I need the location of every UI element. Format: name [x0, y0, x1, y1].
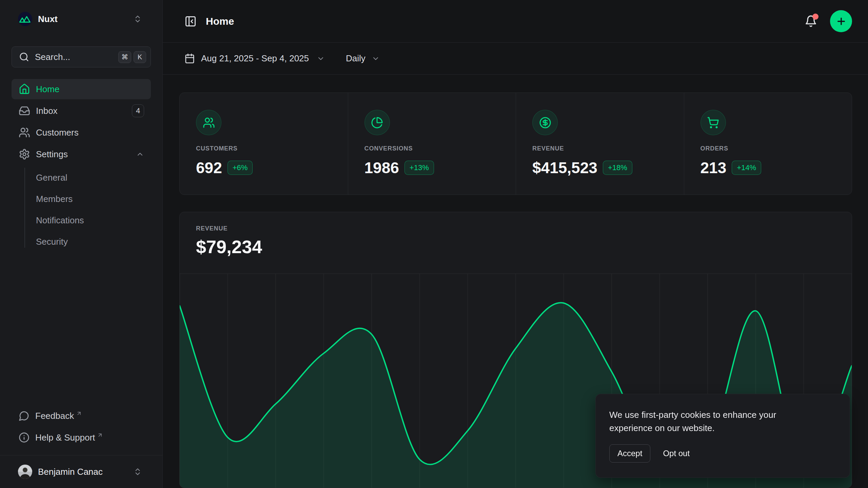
sub-item-label: Notifications: [36, 215, 84, 226]
gear-icon: [19, 148, 30, 160]
stat-delta-badge: +18%: [603, 161, 632, 175]
sidebar-item-members[interactable]: Members: [12, 189, 151, 209]
search-input[interactable]: Search... ⌘ K: [12, 46, 151, 67]
user-menu[interactable]: Benjamin Canac: [12, 461, 151, 483]
stat-card-revenue[interactable]: REVENUE $415,523 +18%: [516, 93, 684, 195]
stat-card-conversions[interactable]: CONVERSIONS 1986 +13%: [348, 93, 516, 195]
search-placeholder: Search...: [35, 52, 118, 62]
notification-dot: [812, 14, 818, 20]
stats-grid: CUSTOMERS 692 +6% CONVERSIONS 1986 +13%: [179, 93, 852, 195]
workspace-name: Nuxt: [38, 14, 133, 24]
period-value: Daily: [346, 53, 366, 64]
user-name: Benjamin Canac: [38, 467, 133, 477]
search-icon: [19, 52, 29, 62]
page-title: Home: [206, 16, 234, 27]
revenue-panel-value: $79,234: [196, 236, 835, 257]
stat-value: 1986: [364, 159, 399, 177]
nuxt-logo-icon: [18, 12, 32, 26]
date-range-value: Aug 21, 2025 - Sep 4, 2025: [201, 53, 309, 64]
revenue-panel-label: REVENUE: [196, 225, 835, 232]
sidebar-item-inbox[interactable]: Inbox 4: [12, 101, 151, 121]
shopping-cart-icon: [707, 117, 719, 129]
sidebar-item-label: Home: [36, 84, 144, 95]
chevron-down-icon: [372, 55, 380, 63]
header-actions: [805, 10, 852, 32]
sidebar-item-notifications[interactable]: Notifications: [12, 210, 151, 230]
sidebar: Nuxt Search... ⌘ K Home Inbox 4 Customer…: [0, 0, 163, 488]
opt-out-button[interactable]: Opt out: [663, 449, 690, 458]
stat-label: CUSTOMERS: [196, 145, 332, 152]
stat-value: 213: [701, 159, 727, 177]
info-circle-icon: [19, 432, 29, 443]
calendar-icon: [184, 53, 195, 64]
users-icon: [203, 117, 215, 129]
cookie-message: We use first-party cookies to enhance yo…: [609, 408, 820, 435]
kbd-cmd: ⌘: [118, 51, 131, 63]
collapse-sidebar-icon[interactable]: [184, 15, 197, 27]
chevron-down-icon: [317, 55, 325, 63]
date-range-picker[interactable]: Aug 21, 2025 - Sep 4, 2025: [184, 53, 325, 64]
filters-toolbar: Aug 21, 2025 - Sep 4, 2025 Daily: [163, 43, 868, 75]
stat-value: $415,523: [532, 159, 597, 177]
stat-card-customers[interactable]: CUSTOMERS 692 +6%: [180, 93, 348, 195]
sidebar-item-general[interactable]: General: [12, 167, 151, 188]
external-link-icon: [97, 432, 103, 438]
stat-icon-disc: [701, 110, 726, 135]
chevron-up-icon: [136, 150, 144, 158]
stat-label: CONVERSIONS: [364, 145, 500, 152]
help-support-link[interactable]: Help & Support: [12, 427, 151, 448]
users-icon: [19, 127, 30, 138]
footer-link-label: Feedback: [35, 411, 74, 421]
stat-label: REVENUE: [532, 145, 668, 152]
accept-button[interactable]: Accept: [609, 444, 650, 463]
stat-icon-disc: [532, 110, 558, 135]
settings-sub-list: General Members Notifications Security: [12, 166, 151, 252]
stat-label: ORDERS: [701, 145, 836, 152]
kbd-k: K: [134, 51, 146, 63]
period-select[interactable]: Daily: [346, 53, 380, 64]
workspace-switcher[interactable]: Nuxt: [12, 9, 151, 28]
feedback-link[interactable]: Feedback: [12, 406, 151, 426]
sub-item-label: Security: [36, 237, 68, 247]
stat-icon-disc: [196, 110, 221, 135]
sidebar-item-security[interactable]: Security: [12, 231, 151, 252]
sidebar-item-customers[interactable]: Customers: [12, 122, 151, 143]
inbox-icon: [19, 105, 30, 117]
sidebar-item-home[interactable]: Home: [12, 79, 151, 99]
chevrons-up-down-icon: [133, 15, 142, 23]
stat-card-orders[interactable]: ORDERS 213 +14%: [684, 93, 852, 195]
user-section: Benjamin Canac: [0, 455, 162, 488]
circle-dollar-icon: [539, 117, 551, 129]
cookie-banner: We use first-party cookies to enhance yo…: [595, 394, 850, 478]
page-header: Home: [163, 0, 868, 43]
sidebar-footer: Feedback Help & Support: [12, 406, 151, 449]
add-button[interactable]: [830, 10, 852, 32]
sidebar-item-settings[interactable]: Settings: [12, 144, 151, 164]
stat-delta-badge: +14%: [732, 161, 761, 175]
notifications-button[interactable]: [805, 15, 817, 27]
stat-delta-badge: +13%: [405, 161, 434, 175]
message-bubble-icon: [19, 410, 29, 421]
avatar: [18, 465, 32, 479]
stat-value: 692: [196, 159, 222, 177]
house-icon: [19, 83, 30, 95]
sidebar-item-label: Inbox: [36, 106, 132, 116]
footer-link-label: Help & Support: [35, 432, 95, 443]
sub-item-label: General: [36, 172, 67, 183]
plus-icon: [836, 16, 847, 27]
stat-delta-badge: +6%: [228, 161, 253, 175]
inbox-count-badge: 4: [132, 104, 144, 117]
chevrons-up-down-icon: [133, 467, 142, 476]
sidebar-nav: Home Inbox 4 Customers Settings General …: [12, 79, 151, 253]
pie-chart-icon: [371, 117, 383, 129]
sidebar-item-label: Settings: [36, 149, 136, 160]
stat-icon-disc: [364, 110, 390, 135]
sub-item-label: Members: [36, 194, 73, 204]
external-link-icon: [76, 410, 82, 416]
sidebar-item-label: Customers: [36, 127, 144, 138]
